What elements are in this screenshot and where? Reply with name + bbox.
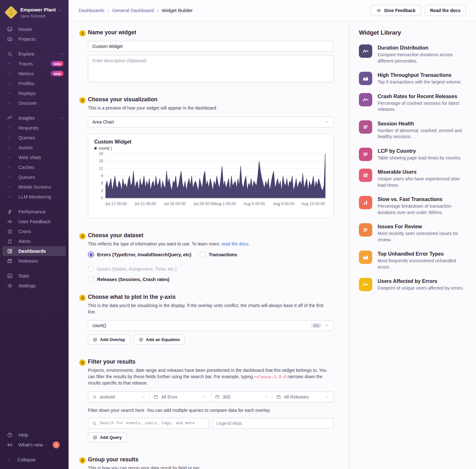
sidebar-item-label: Crons [18,229,31,234]
sidebar-section-explore[interactable]: Explore [0,49,69,59]
widget-library-item-title: Top Unhandled Error Types [378,251,466,257]
sidebar-item-label: LLM Monitoring [18,194,51,199]
org-user: Jane Schmidt [20,14,62,18]
breadcrumb-general-dashboard[interactable]: General Dashboard [112,8,154,13]
step-number: 2 [79,97,86,104]
filter-all-envs[interactable]: All Envs [149,392,210,402]
wl-area-icon [359,72,372,85]
step-subtitle: This reflects the type of information yo… [88,241,334,247]
sidebar-item-user-feedback[interactable]: User Feedback [0,217,69,226]
sidebar-item-whats-new[interactable]: What's new 1 [0,440,69,450]
step-visualization: 2 Choose your visualization This is a pr… [79,96,334,218]
sidebar-item-label: Web Vitals [18,155,41,160]
chevron-down-icon [141,395,145,399]
filter-all-releases[interactable]: All Releases [272,392,333,402]
filter-30d[interactable]: 30D [211,392,272,402]
sidebar-item-caches[interactable]: Caches [0,162,69,172]
filter-android[interactable]: android [88,392,149,402]
dataset-option[interactable]: Errors (TypeError, InvalidSearchQuery, e… [88,251,191,258]
bullet-dot [9,83,10,84]
sidebar-item-requests[interactable]: Requests [0,123,69,133]
chevron-down-icon [203,395,207,399]
sidebar-item-issues[interactable]: Issues [0,24,69,34]
chevron-down-icon [325,120,329,124]
sidebar-item-alerts[interactable]: Alerts [0,236,69,246]
read-docs-button[interactable]: Read the docs [425,5,466,16]
legend-alias-input[interactable] [216,421,329,426]
sidebar-item-performance[interactable]: Performance [0,207,69,217]
dataset-option[interactable]: Releases (Sessions, Crash rates) [88,276,169,282]
widget-library-item[interactable]: Duration Distribution Compare transactio… [359,44,466,64]
sidebar-section-insights[interactable]: Insights [0,113,69,123]
widget-library-panel: Widget Library Duration Distribution Com… [349,21,476,469]
widget-description-input[interactable] [88,55,334,82]
sidebar-item-traces[interactable]: Traces beta [0,59,69,69]
step-subtitle: This is how you can group your data resu… [88,465,334,469]
step-group: 6 Group your results This is how you can… [79,456,334,469]
widget-library-item[interactable]: Crash Rates for Recent Releases Percenta… [359,93,466,113]
box-icon [7,258,13,264]
sidebar-item-help[interactable]: Help [0,430,69,440]
sidebar-item-queues[interactable]: Queues [0,172,69,182]
sidebar-item-profiles[interactable]: Profiles [0,78,69,88]
sidebar-item-releases[interactable]: Releases [0,256,69,266]
radio-selected[interactable] [88,251,94,258]
widget-name-input[interactable] [88,41,334,52]
radio-unselected[interactable] [88,276,94,282]
yaxis-function-select[interactable]: count() f(x) [88,320,334,331]
wl-line-icon [359,278,372,291]
add-equation-button[interactable]: Add an Equation [134,335,185,345]
widget-library-item[interactable]: Slow vs. Fast Transactions Percentage br… [359,196,466,216]
widget-library-item-title: High Throughput Transactions [378,72,462,78]
sidebar-item-label: Queries [18,135,35,140]
chart-legend[interactable]: count( ) [94,146,327,151]
svg-text:12: 12 [99,166,103,171]
sidebar-collapse-button[interactable]: Collapse [0,455,69,465]
megaphone-icon [7,219,13,224]
widget-library-item[interactable]: Session Health Number of abnormal, crash… [359,120,466,140]
sidebar-item-replays[interactable]: Replays [0,88,69,98]
widget-library-item[interactable]: High Throughput Transactions Top 5 trans… [359,72,466,85]
sidebar-item-queries[interactable]: Queries [0,133,69,143]
sidebar-item-metrics[interactable]: Metrics beta [0,69,69,78]
step-filter: 5 Filter your results Projects, environm… [79,358,334,442]
widget-library-item-desc: Most recently seen unresolved issues for… [378,231,466,243]
dataset-option[interactable]: Transactions [200,251,237,258]
sidebar-item-stats[interactable]: Stats [0,271,69,281]
give-feedback-button[interactable]: Give Feedback [371,5,421,16]
sidebar-item-crons[interactable]: Crons [0,226,69,236]
breadcrumb-dashboards[interactable]: Dashboards [79,8,104,13]
add-query-button[interactable]: Add Query [88,432,127,442]
widget-library-item[interactable]: LCP by Country Table showing page load t… [359,148,466,161]
code-example: release:1.0.0 [254,375,286,379]
sidebar-item-settings[interactable]: Settings [0,281,69,291]
org-switcher[interactable]: Empower Plant Jane Schmidt [0,0,69,24]
widget-library-item-desc: Table showing page load times by country… [378,155,461,161]
sidebar-item-mobile-screens[interactable]: Mobile Screens [0,182,69,192]
radio-unselected[interactable] [200,251,206,258]
read-docs-link[interactable]: read the docs [221,241,248,246]
step-number: 5 [79,359,86,366]
chevron-down-icon [325,395,329,399]
step-subtitle: This is a preview of how your widget wil… [88,105,334,111]
widget-library-item[interactable]: Users Affected by Errors Footprint of un… [359,278,466,291]
filter-bar: android All Envs 30D All Releases [88,392,334,402]
sidebar-item-assets[interactable]: Assets [0,143,69,152]
legend-dot [94,147,97,150]
sidebar-item-web-vitals[interactable]: Web Vitals [0,152,69,162]
widget-library-item[interactable]: Top Unhandled Error Types Most frequentl… [359,251,466,270]
widget-library-item-desc: Unique users who have experienced slow l… [378,176,466,188]
add-overlay-button[interactable]: Add Overlay [88,335,130,345]
sidebar-item-dashboards[interactable]: Dashboards [3,246,66,256]
query-search-input[interactable] [100,421,205,425]
visualization-select[interactable]: Area Chart [88,117,334,127]
legend-alias-box [212,418,334,429]
sidebar-item-projects[interactable]: Projects [0,34,69,44]
step-subtitle: This is the data you'd be visualizing in… [88,303,329,315]
wl-line-icon [359,44,372,58]
window-icon [153,394,158,399]
widget-library-item[interactable]: Miserable Users Unique users who have ex… [359,169,466,188]
sidebar-item-discover[interactable]: Discover [0,98,69,108]
widget-library-item[interactable]: Issues For Review Most recently seen unr… [359,223,466,243]
sidebar-item-llm-monitoring[interactable]: LLM Monitoring [0,192,69,202]
